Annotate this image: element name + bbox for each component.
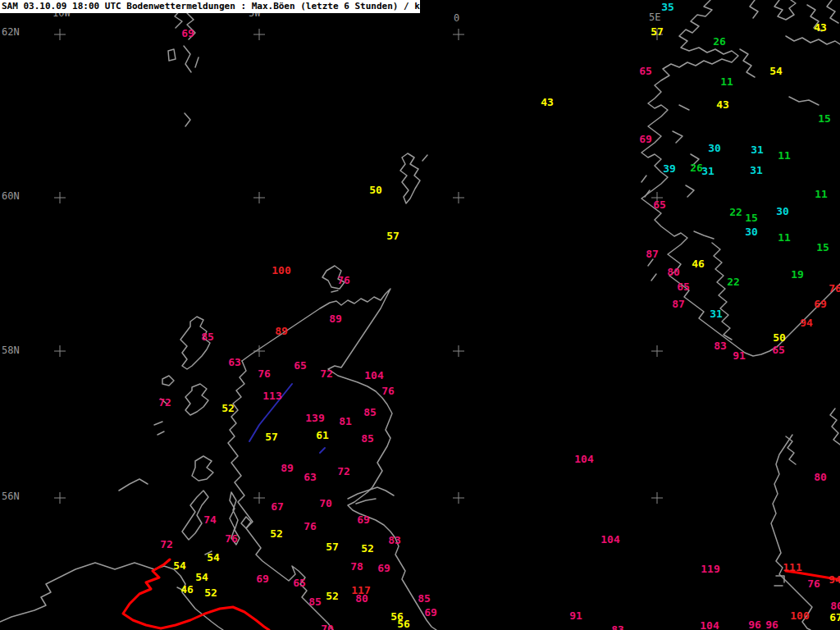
station-gust-value: 15 <box>745 212 758 223</box>
coastline <box>679 105 689 110</box>
station-gust-value: 104 <box>364 370 383 381</box>
coastline <box>331 290 338 292</box>
station-gust-value: 80 <box>355 593 368 604</box>
coastline <box>776 576 784 582</box>
coastline <box>740 49 755 77</box>
station-gust-value: 83 <box>611 624 624 630</box>
coastline <box>195 57 199 67</box>
station-gust-value: 91 <box>569 610 582 621</box>
coastline <box>750 0 758 18</box>
station-gust-value: 31 <box>701 166 714 176</box>
coastline <box>422 155 427 161</box>
coastline <box>686 185 694 197</box>
coastline <box>158 431 164 435</box>
station-gust-value: 69 <box>357 514 370 525</box>
station-gust-value: 94 <box>800 317 813 328</box>
station-gust-value: 87 <box>646 249 659 259</box>
graticule-label: 60N <box>2 191 20 201</box>
station-gust-value: 69 <box>256 573 269 584</box>
station-gust-value: 67 <box>829 612 840 623</box>
station-gust-value: 65 <box>677 281 690 292</box>
station-gust-value: 91 <box>733 350 746 361</box>
station-gust-value: 119 <box>701 564 719 574</box>
graticule-label: 56N <box>2 491 20 501</box>
graticule-label: 0 <box>454 13 459 23</box>
station-gust-value: 65 <box>294 360 307 371</box>
station-gust-value: 22 <box>729 207 742 217</box>
station-gust-value: 65 <box>293 578 306 588</box>
station-gust-value: 85 <box>308 596 322 607</box>
graticule-label: 62N <box>2 27 20 37</box>
station-gust-value: 54 <box>207 552 220 563</box>
station-gust-value: 57 <box>386 231 399 241</box>
station-gust-value: 30 <box>776 206 789 217</box>
coastline <box>348 487 394 499</box>
station-gust-value: 81 <box>339 416 352 427</box>
coastline <box>789 97 819 105</box>
station-gust-value: 31 <box>710 308 723 319</box>
station-gust-value: 76 <box>381 386 395 396</box>
station-gust-value: 87 <box>672 299 685 309</box>
station-gust-value: 70 <box>319 498 332 509</box>
station-gust-value: 57 <box>651 26 664 37</box>
station-gust-value: 30 <box>708 143 721 153</box>
station-gust-value: 52 <box>270 528 283 539</box>
station-gust-value: 85 <box>361 433 374 444</box>
station-gust-value: 94 <box>829 574 840 585</box>
coastline <box>184 46 191 72</box>
station-gust-value: 72 <box>160 539 173 550</box>
coastline <box>673 131 682 143</box>
station-gust-value: 80 <box>814 472 827 482</box>
station-gust-value: 22 <box>727 276 740 287</box>
station-gust-value: 100 <box>790 610 809 621</box>
coastline <box>712 243 732 340</box>
station-gust-value: 69 <box>424 607 437 618</box>
station-gust-value: 72 <box>337 466 350 477</box>
station-gust-value: 56 <box>397 619 410 629</box>
coastline <box>786 436 796 464</box>
station-gust-value: 96 <box>748 619 761 630</box>
station-gust-value: 70 <box>321 623 334 630</box>
station-gust-value: 139 <box>305 413 324 423</box>
station-gust-value: 96 <box>765 619 778 630</box>
station-gust-value: 11 <box>815 189 828 199</box>
station-gust-value: 63 <box>228 357 241 368</box>
station-gust-value: 30 <box>745 226 758 237</box>
station-gust-value: 19 <box>791 269 804 280</box>
station-gust-value: 52 <box>221 403 235 413</box>
weather-map-screen: 10W5W05E62N60N58N56N 6943505735572643655… <box>0 0 840 630</box>
station-gust-value: 78 <box>350 561 363 572</box>
graticule-label: 5E <box>649 12 660 22</box>
coastline <box>830 409 840 445</box>
station-gust-value: 52 <box>326 591 339 601</box>
coastline <box>651 274 656 281</box>
station-gust-value: 76 <box>225 533 238 544</box>
coastline <box>774 0 796 20</box>
coastline <box>185 384 208 415</box>
station-gust-value: 52 <box>361 543 374 554</box>
coastline <box>168 49 176 61</box>
station-gust-value: 83 <box>388 535 401 546</box>
station-gust-value: 52 <box>204 587 217 598</box>
coastline <box>192 456 213 481</box>
station-gust-value: 46 <box>180 584 194 595</box>
station-gust-value: 69 <box>181 28 194 39</box>
graticule-label: 58N <box>2 345 20 355</box>
station-gust-value: 89 <box>281 463 294 473</box>
station-gust-value: 85 <box>201 331 214 342</box>
coastline <box>827 0 838 23</box>
station-gust-value: 61 <box>316 430 329 441</box>
station-gust-value: 31 <box>751 144 764 155</box>
coastline <box>400 153 420 203</box>
station-gust-value: 15 <box>816 242 829 253</box>
station-gust-value: 65 <box>653 199 666 210</box>
station-gust-value: 35 <box>661 2 674 12</box>
station-gust-value: 111 <box>783 562 801 573</box>
station-gust-value: 74 <box>203 514 217 525</box>
station-gust-value: 89 <box>329 313 342 324</box>
coastline <box>185 113 190 126</box>
station-gust-value: 69 <box>814 299 827 309</box>
coastline <box>641 176 646 182</box>
station-gust-value: 65 <box>639 66 652 76</box>
station-gust-value: 85 <box>418 593 431 604</box>
